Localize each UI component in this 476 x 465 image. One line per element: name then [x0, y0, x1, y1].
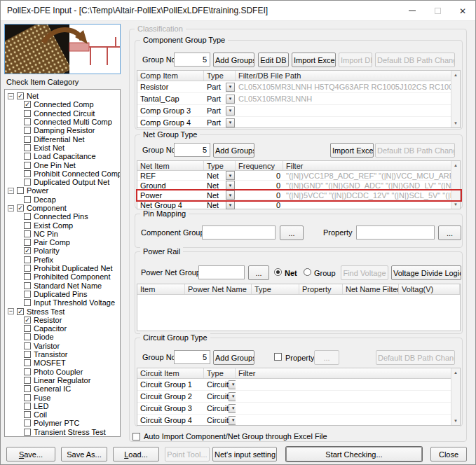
radio-group[interactable]	[304, 268, 311, 276]
component-group-input[interactable]	[202, 225, 276, 240]
column-header-type[interactable]: Type	[204, 71, 236, 81]
comp-table-row-comp-group-3[interactable]: Comp Group 3Part▼	[137, 105, 460, 117]
tree-item-power[interactable]: −Power	[5, 186, 120, 195]
tree-checkbox[interactable]: ✓	[24, 101, 31, 108]
tree-checkbox[interactable]	[17, 187, 24, 194]
circuit-table-row-circuit-group-2[interactable]: Circuit Group 2Circuit▼	[137, 391, 460, 403]
chevron-down-icon[interactable]: ▼	[226, 181, 235, 190]
tree-item-connected-multi-comp[interactable]: Connected Multi Comp	[5, 118, 120, 126]
scroll-down-arrow[interactable]: ▼	[451, 417, 460, 425]
tree-checkbox[interactable]	[24, 127, 31, 134]
group-no-input[interactable]	[174, 350, 210, 364]
scroll-up-arrow[interactable]: ▲	[451, 368, 460, 377]
collapse-icon[interactable]: −	[8, 93, 14, 99]
tree-item-fuse[interactable]: Fuse	[5, 393, 120, 401]
comp-table-row-resistor[interactable]: ResistorPart▼CL05X105MR3LNNH H5TQ4G63AFR…	[137, 81, 460, 93]
save-button[interactable]: Save...	[6, 447, 55, 461]
tree-item-prohibit-duplicated-net[interactable]: Prohibit Duplicated Net	[5, 264, 120, 272]
nets-input-setting-button[interactable]: Net's input setting	[212, 447, 277, 461]
tree-checkbox[interactable]	[24, 282, 31, 289]
tree-checkbox[interactable]	[24, 144, 31, 151]
collapse-icon[interactable]: −	[8, 188, 14, 194]
start-checking-button[interactable]: Start Checking...	[286, 447, 422, 461]
tree-checkbox[interactable]: ✓	[24, 317, 31, 324]
tree-checkbox[interactable]	[24, 162, 31, 169]
tree-checkbox[interactable]	[24, 385, 31, 392]
tree-item-polymer-ptc[interactable]: Polymer PTC	[5, 419, 120, 427]
column-header-filter-db-file-path[interactable]: Filter/DB File Path	[236, 71, 460, 81]
tree-checkbox[interactable]: ✓	[24, 247, 31, 254]
tree-checkbox[interactable]	[24, 153, 31, 160]
chevron-down-icon[interactable]: ▼	[229, 416, 236, 425]
tree-checkbox[interactable]	[24, 110, 31, 117]
column-header-frequency[interactable]: Frequency	[236, 161, 283, 170]
tree-item-nc-pin[interactable]: NC Pin	[5, 230, 120, 238]
tree-checkbox[interactable]	[24, 179, 31, 186]
tree-item-polarity[interactable]: ✓Polarity	[5, 247, 120, 255]
power-net-group-input[interactable]	[198, 265, 245, 279]
close-button[interactable]: ✕	[450, 1, 475, 21]
tree-checkbox[interactable]	[24, 273, 31, 280]
tree-checkbox[interactable]	[24, 256, 31, 263]
tree-item-resistor[interactable]: ✓Resistor	[5, 316, 120, 324]
tree-checkbox[interactable]: ✓	[17, 92, 24, 99]
tree-checkbox[interactable]: ✓	[17, 308, 24, 315]
tree-item-exist-comp[interactable]: Exist Comp	[5, 221, 120, 229]
tree-checkbox[interactable]	[24, 368, 31, 375]
collapse-icon[interactable]: −	[8, 308, 14, 314]
column-header-net-name-filter[interactable]: Net Name Filter	[343, 284, 399, 294]
chevron-down-icon[interactable]: ▼	[226, 118, 235, 127]
tree-item-load-capacitance[interactable]: Load Capacitance	[5, 152, 120, 160]
tree-item-prefix[interactable]: Prefix	[5, 256, 120, 264]
column-header-net-item[interactable]: Net Item	[137, 161, 204, 170]
tree-item-pair-comp[interactable]: Pair Comp	[5, 238, 120, 247]
comp-table-row-tantal-cap[interactable]: Tantal_CapPart▼CL05X105MR3LNNH	[137, 93, 460, 105]
tree-item-connected-pins[interactable]: Connected Pins	[5, 212, 120, 221]
radio-net[interactable]	[274, 268, 282, 276]
tree-item-one-pin-net[interactable]: One Pin Net	[5, 160, 120, 169]
tree-checkbox[interactable]	[24, 429, 31, 436]
vertical-scrollbar[interactable]: ▲▼	[451, 71, 460, 127]
load-button[interactable]: Load...	[113, 447, 159, 461]
import-excel-button[interactable]: Import Excel	[292, 53, 336, 67]
scroll-down-arrow[interactable]: ▼	[451, 200, 460, 209]
tree-item-differential-net[interactable]: Differential Net	[5, 134, 120, 143]
tree-checkbox[interactable]	[24, 299, 31, 306]
tree-item-mosfet[interactable]: MOSFET	[5, 359, 120, 367]
tree-checkbox[interactable]	[24, 333, 31, 340]
tree-item-general-ic[interactable]: General IC	[5, 384, 120, 393]
tree-checkbox[interactable]	[24, 411, 31, 418]
tree-item-component[interactable]: −✓Component	[5, 204, 120, 212]
group-no-input[interactable]	[174, 53, 210, 67]
net-table-row-ground[interactable]: GroundNet▼0"(|N|)GND" "(|N|)GND_ADC" "(|…	[137, 181, 460, 190]
tree-checkbox[interactable]	[24, 222, 31, 229]
tree-item-net[interactable]: −✓Net	[5, 92, 120, 100]
tree-item-varistor[interactable]: Varistor	[5, 342, 120, 350]
tree-checkbox[interactable]	[24, 325, 31, 332]
chevron-down-icon[interactable]: ▼	[226, 106, 235, 116]
column-header-filter[interactable]: Filter	[283, 161, 460, 170]
vertical-scrollbar[interactable]: ▲▼	[451, 161, 460, 209]
tree-checkbox[interactable]: ✓	[17, 204, 24, 211]
chevron-down-icon[interactable]: ▼	[229, 392, 236, 401]
tree-item-prohibit-connected-comp[interactable]: Prohibit Connected Comp	[5, 169, 120, 178]
tree-checkbox[interactable]	[24, 170, 31, 177]
tree-item-coil[interactable]: Coil	[5, 410, 120, 419]
tree-item-input-threshold-voltage[interactable]: Input Threshold Voltage	[5, 298, 120, 307]
property-input[interactable]	[356, 225, 435, 240]
scroll-up-arrow[interactable]: ▲	[451, 161, 460, 169]
circuit-table-row-circuit-group-3[interactable]: Circuit Group 3Circuit▼	[137, 403, 460, 415]
property-browse-button[interactable]: ...	[438, 225, 461, 240]
tree-item-led[interactable]: LED	[5, 402, 120, 410]
tree-item-stress-test[interactable]: −✓Stress Test	[5, 307, 120, 315]
close-dialog-button[interactable]: Close	[430, 447, 467, 461]
add-groups-button[interactable]: Add Groups	[213, 53, 254, 67]
property-checkbox[interactable]	[274, 353, 282, 361]
chevron-down-icon[interactable]: ▼	[226, 95, 235, 104]
tree-checkbox[interactable]	[24, 419, 31, 426]
auto-import-option[interactable]: Auto Import Component/Net Group through …	[132, 432, 327, 440]
tree-checkbox[interactable]	[24, 291, 31, 298]
chevron-down-icon[interactable]: ▼	[229, 404, 236, 413]
vertical-scrollbar[interactable]: ▲▼	[451, 368, 460, 425]
tree-checkbox[interactable]	[24, 239, 31, 246]
